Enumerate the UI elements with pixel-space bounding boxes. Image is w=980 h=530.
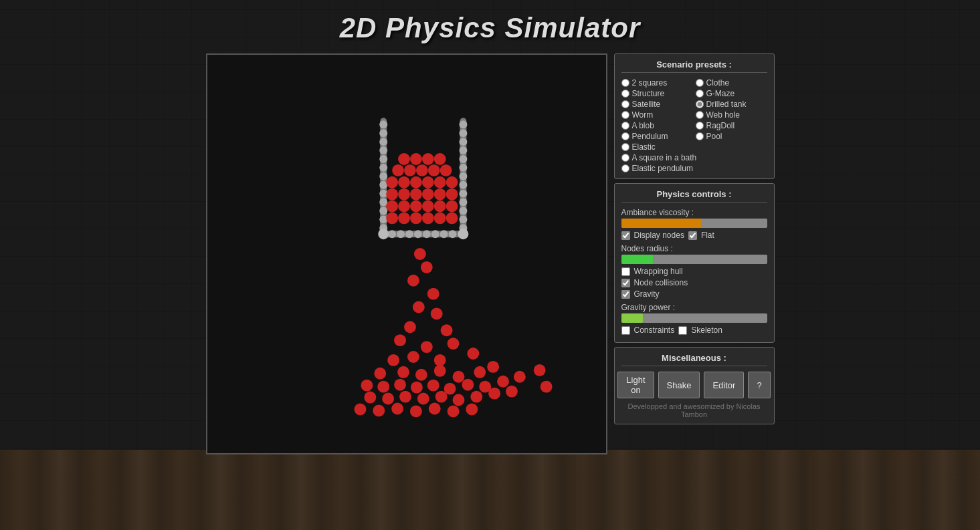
nodes-radius-slider[interactable]	[621, 255, 767, 264]
svg-point-116	[373, 404, 385, 416]
scenario-pool[interactable]: Pool	[696, 132, 767, 141]
shake-button[interactable]: Shake	[658, 372, 700, 398]
svg-point-66	[415, 164, 427, 176]
svg-point-25	[459, 198, 467, 207]
svg-point-94	[487, 361, 499, 373]
svg-point-45	[446, 188, 458, 201]
svg-point-110	[435, 391, 447, 403]
svg-point-92	[452, 371, 464, 383]
svg-point-6	[379, 155, 387, 163]
misc-title: Miscellaneous :	[621, 353, 767, 366]
svg-point-55	[421, 212, 433, 224]
scenario-gmaze[interactable]: G-Maze	[696, 89, 767, 98]
svg-point-52	[386, 212, 398, 224]
gravity-checkbox[interactable]	[621, 290, 630, 299]
main-content: 241 nodes 0 constraint 32 fps	[206, 53, 775, 454]
credit-text: Developped and awesomized by Nicolas Tam…	[621, 402, 767, 418]
scenario-structure[interactable]: Structure	[621, 89, 693, 98]
svg-point-7	[379, 164, 387, 172]
svg-point-79	[404, 321, 416, 333]
physics-controls-title: Physics controls :	[621, 189, 767, 203]
misc-section: Miscellaneous : Light on Shake Editor ? …	[614, 347, 775, 424]
scenario-ragdoll[interactable]: RagDoll	[696, 121, 767, 130]
svg-point-2	[379, 120, 387, 128]
simulation-canvas[interactable]: 241 nodes 0 constraint 32 fps	[206, 53, 607, 454]
svg-point-27	[459, 215, 467, 223]
constraints-skeleton-row: Constraints Skeleton	[621, 325, 767, 335]
svg-point-38	[378, 229, 389, 239]
svg-point-51	[446, 201, 458, 213]
svg-point-21	[459, 164, 467, 172]
svg-point-44	[433, 188, 446, 201]
svg-point-5	[379, 146, 387, 154]
svg-point-39	[458, 229, 468, 239]
svg-point-95	[361, 380, 373, 392]
svg-point-40	[386, 188, 398, 201]
page-title: 2D Physics Simulator	[340, 0, 641, 53]
svg-point-81	[394, 334, 406, 346]
svg-point-64	[392, 164, 404, 176]
svg-point-61	[421, 176, 433, 188]
light-on-button[interactable]: Light on	[617, 372, 654, 398]
scenario-satellite[interactable]: Satellite	[621, 100, 693, 109]
scenario-webhole[interactable]: Web hole	[696, 110, 767, 120]
display-nodes-label: Display nodes	[634, 231, 684, 240]
constraints-checkbox[interactable]	[621, 326, 630, 335]
skeleton-label: Skeleton	[691, 325, 722, 335]
scenario-worm[interactable]: Worm	[621, 110, 693, 120]
svg-point-69	[398, 153, 410, 165]
physics-controls-section: Physics controls : Ambiance viscosity : …	[614, 183, 775, 343]
skeleton-checkbox[interactable]	[678, 326, 687, 335]
gravity-power-fill	[621, 313, 644, 323]
svg-point-59	[398, 176, 410, 188]
svg-point-23	[459, 181, 467, 189]
flat-label: Flat	[701, 231, 714, 240]
svg-point-105	[533, 364, 545, 376]
wrapping-hull-label: Wrapping hull	[634, 267, 683, 276]
physics-scene	[207, 55, 606, 453]
scenario-elastic[interactable]: Elastic	[621, 142, 693, 152]
gravity-power-slider[interactable]	[621, 313, 767, 323]
svg-point-115	[354, 404, 366, 416]
gravity-power-label: Gravity power :	[621, 303, 767, 312]
display-nodes-checkbox[interactable]	[621, 231, 630, 240]
node-collisions-checkbox[interactable]	[621, 279, 630, 287]
svg-point-117	[391, 403, 403, 415]
svg-point-111	[452, 394, 464, 406]
svg-point-80	[440, 324, 452, 336]
svg-point-70	[409, 153, 421, 165]
svg-point-107	[382, 393, 394, 405]
svg-point-98	[410, 382, 422, 394]
scenario-ablob[interactable]: A blob	[621, 121, 693, 130]
scenario-pendulum[interactable]: Pendulum	[621, 132, 693, 141]
scenario-2squares[interactable]: 2 squares	[621, 78, 693, 88]
svg-point-113	[488, 388, 500, 400]
scenario-presets-section: Scenario presets : 2 squares Clothe Stru…	[614, 53, 775, 179]
svg-point-90	[415, 369, 427, 381]
help-button[interactable]: ?	[748, 372, 770, 398]
svg-point-16	[459, 120, 467, 128]
svg-point-75	[407, 275, 419, 287]
node-collisions-row: Node collisions	[621, 278, 767, 287]
svg-point-83	[447, 338, 459, 350]
svg-point-24	[459, 190, 467, 198]
svg-point-89	[397, 366, 409, 378]
nodes-radius-label: Nodes radius :	[621, 244, 767, 253]
svg-point-87	[467, 348, 479, 360]
scenario-elasticpendulum[interactable]: Elastic pendulum	[621, 164, 767, 173]
scenario-clothe[interactable]: Clothe	[696, 78, 767, 88]
wrapping-hull-checkbox[interactable]	[621, 267, 630, 276]
flat-checkbox[interactable]	[688, 231, 697, 240]
svg-point-13	[379, 215, 387, 223]
wrapping-hull-row: Wrapping hull	[621, 267, 767, 276]
editor-button[interactable]: Editor	[704, 372, 744, 398]
svg-point-17	[459, 129, 467, 137]
svg-point-34	[422, 230, 430, 238]
scenario-drilledtank[interactable]: Drilled tank	[696, 100, 767, 109]
scenario-squarebath[interactable]: A square in a bath	[621, 153, 767, 162]
svg-point-108	[399, 391, 411, 403]
svg-point-54	[409, 212, 421, 224]
svg-point-18	[459, 138, 467, 146]
nodes-radius-fill	[621, 255, 654, 264]
viscosity-slider[interactable]	[621, 219, 767, 228]
